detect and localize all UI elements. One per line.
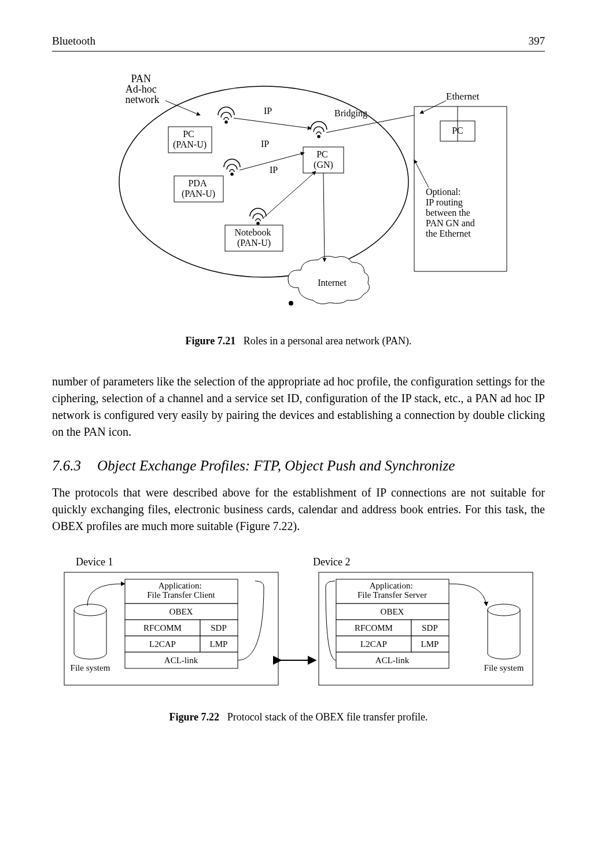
page-number: 397 xyxy=(529,35,546,47)
header-left: Bluetooth xyxy=(52,35,95,47)
l2cap-box-right: L2CAP xyxy=(360,639,387,649)
svg-point-4 xyxy=(257,222,259,225)
figure-7-22: Device 1 Device 2 File system Applicatio… xyxy=(52,555,545,700)
svg-point-2 xyxy=(225,121,227,123)
svg-line-14 xyxy=(420,101,446,113)
ethernet-label: Ethernet xyxy=(446,91,480,102)
paragraph-2: The protocols that were described above … xyxy=(52,484,545,535)
figure-7-22-caption: Figure 7.22 Protocol stack of the OBEX f… xyxy=(52,711,545,723)
obex-box-left: OBEX xyxy=(169,607,193,616)
device-1-label: Device 1 xyxy=(76,556,113,568)
ip-label-2: IP xyxy=(261,139,269,149)
l2cap-box-left: L2CAP xyxy=(149,639,176,649)
svg-text:Internet: Internet xyxy=(318,278,347,288)
internet-cloud: Internet xyxy=(288,173,370,306)
acl-box-left: ACL-link xyxy=(164,656,198,665)
sdp-box-right: SDP xyxy=(422,623,438,632)
running-head: Bluetooth 397 xyxy=(52,35,545,52)
svg-line-21 xyxy=(414,160,429,187)
section-7-6-3-heading: 7.6.3Object Exchange Profiles: FTP, Obje… xyxy=(52,458,545,474)
svg-point-24 xyxy=(289,301,293,306)
rfcomm-box-left: RFCOMM xyxy=(143,623,182,632)
ip-label-3: IP xyxy=(270,165,278,175)
paragraph-1: number of parameters like the selection … xyxy=(52,373,545,440)
pan-label: PAN Ad-hoc network xyxy=(126,73,160,105)
svg-line-10 xyxy=(234,118,311,128)
sdp-box-left: SDP xyxy=(211,623,227,632)
rfcomm-box-right: RFCOMM xyxy=(355,623,393,632)
svg-line-12 xyxy=(264,171,316,218)
bridging-label: Bridging xyxy=(334,108,367,119)
acl-box-right: ACL-link xyxy=(375,656,410,665)
figure-7-21: PAN Ad-hoc network PC (PAN-U) PDA (PAN- xyxy=(52,72,545,323)
optional-label: Optional: IP routing between the PAN GN … xyxy=(426,187,477,238)
file-system-label-right: File system xyxy=(484,663,524,672)
file-system-label-left: File system xyxy=(71,663,110,672)
svg-point-5 xyxy=(318,135,320,138)
ip-label-1: IP xyxy=(264,106,272,116)
svg-point-3 xyxy=(231,173,233,175)
svg-point-43 xyxy=(488,604,520,616)
lmp-box-left: LMP xyxy=(210,639,228,649)
cylinder-icon xyxy=(74,604,106,659)
obex-box-right: OBEX xyxy=(381,607,404,616)
notebook-panu-box: Notebook (PAN-U) xyxy=(234,227,273,248)
svg-point-26 xyxy=(74,604,106,616)
device-2-label: Device 2 xyxy=(313,556,350,568)
svg-line-23 xyxy=(323,173,325,262)
cylinder-icon xyxy=(488,604,520,659)
figure-7-21-caption: Figure 7.21 Roles in a personal area net… xyxy=(52,335,545,347)
lmp-box-right: LMP xyxy=(421,639,439,649)
